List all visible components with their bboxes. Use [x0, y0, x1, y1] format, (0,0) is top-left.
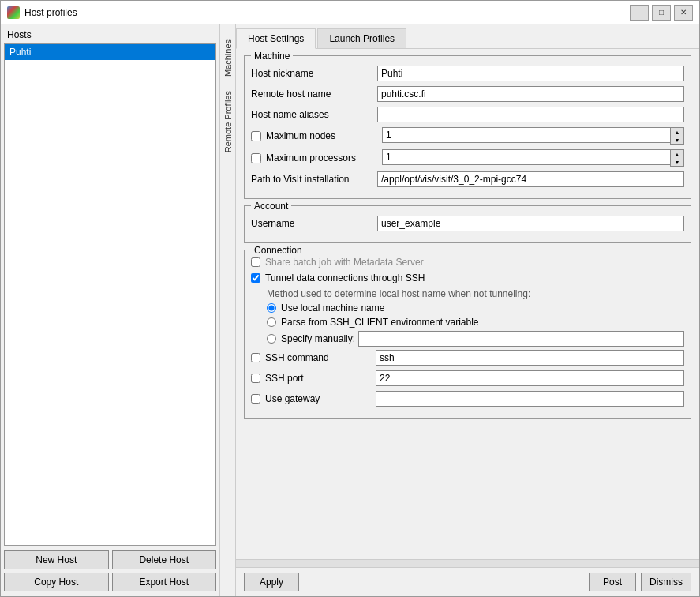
ssh-command-input[interactable]: [376, 350, 684, 366]
remote-host-name-row: Remote host name: [251, 86, 684, 102]
form-content: Machine Host nickname Remote host name H…: [236, 49, 699, 559]
maximum-processors-spinner: ▲ ▼: [382, 149, 684, 167]
minimize-button[interactable]: —: [630, 5, 649, 21]
ssh-port-label: SSH port: [265, 373, 376, 384]
use-local-machine-row: Use local machine name: [251, 302, 684, 314]
settings-area: Host Settings Launch Profiles Machine Ho…: [236, 24, 699, 596]
username-input[interactable]: [377, 216, 684, 231]
maximum-nodes-checkbox[interactable]: [251, 131, 261, 141]
bottom-bar-right: Post Dismiss: [589, 573, 691, 591]
tab-host-settings[interactable]: Host Settings: [236, 28, 316, 49]
maximum-processors-up[interactable]: ▲: [671, 150, 683, 158]
remote-host-name-input[interactable]: [377, 86, 684, 102]
host-nickname-row: Host nickname: [251, 66, 684, 81]
use-gateway-label: Use gateway: [265, 393, 376, 404]
ssh-port-input[interactable]: [376, 370, 684, 386]
share-batch-job-label: Share batch job with Metadata Server: [265, 257, 424, 268]
left-panel: Hosts Puhti New Host Delete Host Copy Ho…: [1, 24, 220, 596]
machine-section: Machine Host nickname Remote host name H…: [244, 55, 691, 199]
account-section: Account Username: [244, 205, 691, 243]
maximum-processors-spin-buttons: ▲ ▼: [670, 149, 684, 167]
tunnel-ssh-label: Tunnel data connections through SSH: [265, 272, 425, 283]
export-host-button[interactable]: Export Host: [112, 573, 217, 591]
ssh-port-row: SSH port: [251, 370, 684, 386]
maximum-processors-down[interactable]: ▼: [671, 158, 683, 166]
close-button[interactable]: ✕: [674, 5, 693, 21]
username-label: Username: [251, 218, 377, 229]
scrollbar[interactable]: [236, 559, 699, 567]
window-title: Host profiles: [24, 7, 630, 18]
tab-remote-profiles[interactable]: Remote Profiles: [220, 84, 236, 160]
main-content: Hosts Puhti New Host Delete Host Copy Ho…: [1, 24, 699, 596]
use-local-machine-radio[interactable]: [267, 303, 276, 313]
specify-manually-input[interactable]: [358, 331, 684, 347]
specify-manually-radio[interactable]: [267, 334, 276, 344]
right-panel: Machines Remote Profiles Host Settings L…: [220, 24, 699, 596]
maximum-nodes-row: Maximum nodes ▲ ▼: [251, 127, 684, 145]
machine-legend: Machine: [251, 51, 293, 62]
dismiss-button[interactable]: Dismiss: [641, 573, 691, 591]
host-name-aliases-row: Host name aliases: [251, 107, 684, 122]
maximum-nodes-spinner: ▲ ▼: [382, 127, 684, 145]
delete-host-button[interactable]: Delete Host: [112, 550, 217, 569]
use-local-machine-label: Use local machine name: [281, 302, 384, 314]
maximum-processors-checkbox[interactable]: [251, 153, 261, 163]
host-nickname-input[interactable]: [377, 66, 684, 81]
specify-manually-label: Specify manually:: [281, 333, 355, 344]
maximum-nodes-down[interactable]: ▼: [671, 136, 683, 144]
maximum-nodes-up[interactable]: ▲: [671, 128, 683, 136]
ssh-command-label: SSH command: [265, 352, 376, 363]
new-host-button[interactable]: New Host: [4, 550, 109, 569]
copy-host-button[interactable]: Copy Host: [4, 573, 109, 591]
maximum-processors-label: Maximum processors: [266, 152, 382, 163]
path-to-visit-label: Path to VisIt installation: [251, 174, 377, 185]
parse-ssh-client-label: Parse from SSH_CLIENT environment variab…: [281, 317, 479, 328]
apply-button[interactable]: Apply: [244, 573, 299, 591]
tab-machines[interactable]: Machines: [220, 32, 236, 84]
ssh-command-checkbox[interactable]: [251, 353, 260, 362]
tunnel-ssh-row: Tunnel data connections through SSH: [251, 272, 684, 283]
ssh-port-checkbox[interactable]: [251, 374, 260, 383]
post-button[interactable]: Post: [589, 573, 636, 591]
main-window: Host profiles — □ ✕ Hosts Puhti New Host…: [0, 0, 700, 597]
host-name-aliases-input[interactable]: [377, 107, 684, 122]
hosts-label: Hosts: [1, 24, 219, 43]
tabs-bar: Host Settings Launch Profiles: [236, 24, 699, 49]
left-buttons: New Host Delete Host Copy Host Export Ho…: [1, 546, 219, 596]
maximize-button[interactable]: □: [652, 5, 671, 21]
maximum-processors-row: Maximum processors ▲ ▼: [251, 149, 684, 167]
host-item[interactable]: Puhti: [5, 44, 215, 60]
tunnel-ssh-checkbox[interactable]: [251, 273, 260, 283]
path-to-visit-input[interactable]: [377, 171, 684, 187]
hosts-list: Puhti: [4, 43, 216, 546]
method-label: Method used to determine local host name…: [251, 288, 684, 299]
use-gateway-input[interactable]: [376, 391, 684, 407]
path-to-visit-row: Path to VisIt installation: [251, 171, 684, 187]
share-batch-job-checkbox[interactable]: [251, 257, 260, 267]
use-gateway-checkbox[interactable]: [251, 394, 260, 404]
connection-legend: Connection: [251, 245, 305, 256]
host-name-aliases-label: Host name aliases: [251, 109, 377, 120]
maximum-processors-input[interactable]: [382, 149, 670, 165]
maximum-nodes-input[interactable]: [382, 127, 670, 143]
window-controls: — □ ✕: [630, 5, 693, 21]
title-bar: Host profiles — □ ✕: [1, 1, 699, 24]
tab-launch-profiles[interactable]: Launch Profiles: [317, 28, 406, 49]
remote-host-name-label: Remote host name: [251, 88, 377, 100]
parse-ssh-client-row: Parse from SSH_CLIENT environment variab…: [251, 317, 684, 328]
bottom-bar-left: Apply: [244, 573, 584, 591]
maximum-nodes-spin-buttons: ▲ ▼: [670, 127, 684, 145]
share-batch-job-row: Share batch job with Metadata Server: [251, 257, 684, 268]
connection-section: Connection Share batch job with Metadata…: [244, 250, 691, 419]
parse-ssh-client-radio[interactable]: [267, 317, 276, 327]
vertical-tabs: Machines Remote Profiles: [220, 24, 236, 596]
host-nickname-label: Host nickname: [251, 68, 377, 79]
ssh-command-row: SSH command: [251, 350, 684, 366]
app-icon: [7, 6, 20, 19]
account-legend: Account: [251, 201, 291, 212]
use-gateway-row: Use gateway: [251, 391, 684, 407]
username-row: Username: [251, 216, 684, 231]
bottom-bar: Apply Post Dismiss: [236, 567, 699, 596]
maximum-nodes-label: Maximum nodes: [266, 130, 382, 141]
specify-manually-row: Specify manually:: [251, 331, 684, 347]
